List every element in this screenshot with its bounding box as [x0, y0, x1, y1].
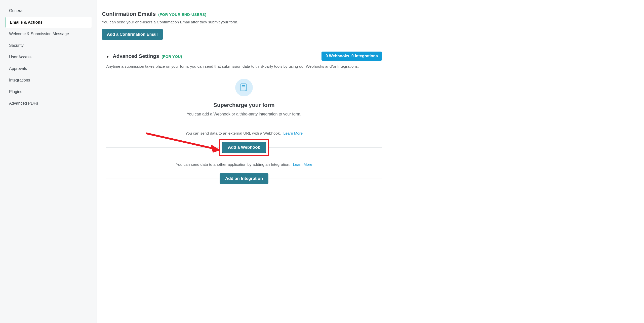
integration-block: You can send data to another application…	[106, 162, 382, 185]
sidebar-item-plugins[interactable]: Plugins	[6, 87, 92, 97]
settings-sidebar: General Emails & Actions Welcome & Submi…	[0, 0, 97, 323]
add-confirmation-email-button[interactable]: Add a Confirmation Email	[102, 29, 163, 40]
main-content: Confirmation Emails (For your end-users)…	[97, 0, 391, 323]
webhooks-count-badge: 0 Webhooks, 0 Integrations	[321, 52, 382, 61]
caret-down-icon[interactable]: ▼	[106, 55, 109, 59]
advanced-settings-panel: ▼ Advanced Settings (For you) 0 Webhooks…	[102, 47, 386, 192]
webhook-text: You can send data to an external URL wit…	[185, 131, 281, 135]
integration-text: You can send data to another application…	[176, 162, 290, 167]
empty-lead: You can add a Webhook or a third-party i…	[106, 112, 382, 116]
webhook-learn-more-link[interactable]: Learn More	[283, 131, 303, 135]
divider	[102, 5, 386, 5]
annotation-highlight: Add a Webhook	[219, 139, 269, 156]
add-integration-button[interactable]: Add an Integration	[220, 173, 268, 184]
sidebar-item-integrations[interactable]: Integrations	[6, 75, 92, 86]
sidebar-item-label: Welcome & Submission Message	[9, 32, 69, 36]
webhook-block: You can send data to an external URL wit…	[106, 131, 382, 154]
sidebar-item-general[interactable]: General	[6, 6, 92, 16]
document-icon	[235, 79, 253, 96]
sidebar-item-label: Security	[9, 43, 24, 48]
sidebar-item-security[interactable]: Security	[6, 40, 92, 51]
empty-title: Supercharge your form	[106, 102, 382, 108]
section-description: You can send your end-users a Confirmati…	[102, 20, 386, 24]
confirmation-emails-section: Confirmation Emails (For your end-users)…	[102, 11, 386, 40]
sidebar-item-label: Approvals	[9, 66, 27, 71]
section-subtitle: (For your end-users)	[158, 12, 206, 17]
sidebar-item-label: Emails & Actions	[10, 20, 43, 24]
sidebar-item-welcome-message[interactable]: Welcome & Submission Message	[6, 29, 92, 39]
sidebar-item-emails-actions[interactable]: Emails & Actions	[6, 17, 92, 28]
add-webhook-button[interactable]: Add a Webhook	[222, 142, 266, 153]
sidebar-item-advanced-pdfs[interactable]: Advanced PDFs	[6, 98, 92, 109]
integration-learn-more-link[interactable]: Learn More	[293, 162, 312, 167]
sidebar-item-approvals[interactable]: Approvals	[6, 63, 92, 74]
sidebar-item-label: Plugins	[9, 90, 22, 94]
sidebar-item-label: Integrations	[9, 78, 30, 82]
panel-subtitle: (For you)	[162, 54, 182, 59]
section-title: Confirmation Emails	[102, 11, 156, 17]
svg-rect-0	[241, 84, 246, 91]
empty-state: Supercharge your form You can add a Webh…	[106, 79, 382, 116]
panel-description: Anytime a submission takes place on your…	[106, 64, 382, 69]
sidebar-item-label: General	[9, 9, 23, 13]
sidebar-item-label: User Access	[9, 55, 31, 59]
sidebar-item-user-access[interactable]: User Access	[6, 52, 92, 62]
sidebar-item-label: Advanced PDFs	[9, 101, 38, 105]
panel-title: Advanced Settings	[113, 53, 159, 59]
